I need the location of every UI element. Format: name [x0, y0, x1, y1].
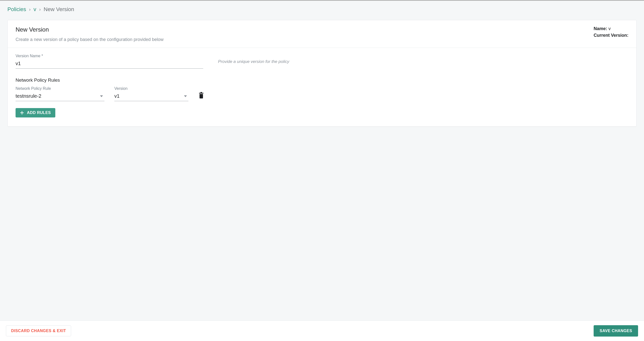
discard-button[interactable]: DISCARD CHANGES & EXIT — [6, 326, 71, 336]
footer-bar: DISCARD CHANGES & EXIT SAVE CHANGES — [0, 321, 644, 341]
rule-select-value: testnsrule-2 — [16, 93, 98, 99]
version-select-value: v1 — [114, 93, 182, 99]
add-rules-button[interactable]: ADD RULES — [16, 108, 55, 117]
breadcrumb-separator: › — [29, 7, 30, 12]
breadcrumb-current: New Version — [44, 6, 74, 12]
trash-icon — [198, 92, 204, 99]
svg-rect-1 — [200, 92, 202, 93]
version-name-label: Version Name * — [16, 54, 203, 58]
plus-icon — [20, 111, 24, 115]
breadcrumb-link-policies[interactable]: Policies — [8, 6, 26, 12]
card-header: New Version Create a new version of a po… — [8, 20, 636, 48]
delete-rule-button[interactable] — [197, 91, 205, 100]
svg-rect-0 — [199, 93, 204, 93]
version-select[interactable]: v1 — [114, 92, 188, 101]
page-subtitle: Create a new version of a policy based o… — [16, 37, 164, 42]
page-title: New Version — [16, 26, 164, 33]
breadcrumb-separator: › — [39, 7, 41, 12]
name-label: Name: — [594, 26, 607, 31]
current-version-label: Current Version: — [594, 33, 628, 38]
version-name-hint: Provide a unique version for the policy — [218, 54, 289, 64]
rule-row: Network Policy Rule testnsrule-2 Version… — [16, 86, 628, 101]
chevron-down-icon — [184, 95, 187, 98]
version-select-label: Version — [114, 86, 188, 91]
breadcrumb: Policies › v › New Version — [0, 1, 644, 15]
rule-select-label: Network Policy Rule — [16, 86, 104, 91]
rules-section-title: Network Policy Rules — [16, 77, 628, 83]
rule-select[interactable]: testnsrule-2 — [16, 92, 104, 101]
version-form-card: New Version Create a new version of a po… — [8, 20, 636, 127]
version-name-input[interactable] — [16, 60, 203, 69]
breadcrumb-link-policy[interactable]: v — [34, 6, 36, 12]
card-body: Version Name * Provide a unique version … — [8, 48, 636, 126]
name-value: v — [608, 26, 611, 31]
chevron-down-icon — [100, 95, 103, 98]
save-button[interactable]: SAVE CHANGES — [594, 325, 638, 337]
add-rules-label: ADD RULES — [27, 110, 51, 115]
